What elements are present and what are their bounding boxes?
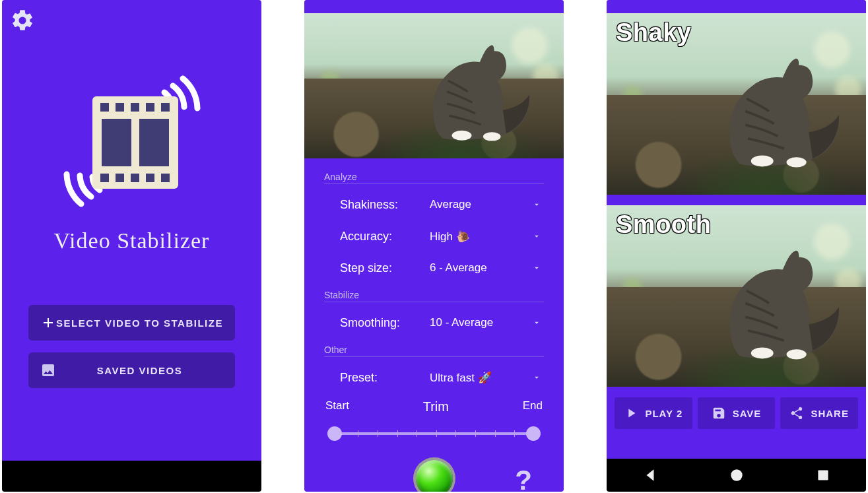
accuracy-value: High 🐌 <box>430 230 532 244</box>
smoothing-value: 10 - Average <box>430 316 532 329</box>
chevron-down-icon <box>532 263 541 273</box>
svg-rect-4 <box>116 103 124 112</box>
svg-point-18 <box>787 157 807 167</box>
phone-home: Video Stabilizer SELECT VIDEO TO STABILI… <box>2 0 261 492</box>
share-icon <box>789 406 804 420</box>
stepsize-value: 6 - Average <box>430 261 532 275</box>
go-row: ? <box>324 455 544 492</box>
trim-labels: Start Trim End <box>324 395 544 414</box>
status-bar <box>607 0 866 13</box>
svg-rect-8 <box>100 174 109 182</box>
stepsize-dropdown[interactable]: Step size: 6 - Average <box>324 254 544 282</box>
svg-rect-9 <box>116 174 124 182</box>
compare-screen: Shaky Smooth PLAY 2 <box>607 0 866 459</box>
svg-rect-3 <box>100 103 109 112</box>
section-analyze: Analyze <box>324 172 544 184</box>
go-button[interactable] <box>416 460 453 492</box>
svg-rect-5 <box>131 103 139 112</box>
share-label: SHARE <box>811 408 849 419</box>
home-buttons: SELECT VIDEO TO STABILIZE SAVED VIDEOS <box>2 305 261 461</box>
accuracy-label: Accuracy: <box>340 230 430 244</box>
play-button[interactable]: PLAY 2 <box>615 397 692 429</box>
app-logo <box>56 75 208 207</box>
shaky-panel: Shaky <box>607 13 866 195</box>
trim-label: Trim <box>423 399 449 414</box>
trim-end-label: End <box>523 399 543 414</box>
svg-point-19 <box>751 347 774 358</box>
trim-start-thumb[interactable] <box>327 426 342 441</box>
chevron-down-icon <box>532 373 541 382</box>
smoothing-label: Smoothing: <box>340 316 430 330</box>
shakiness-value: Average <box>430 198 532 211</box>
app-title: Video Stabilizer <box>54 228 210 253</box>
preset-value: Ultra fast 🚀 <box>430 371 532 385</box>
plus-icon <box>40 315 56 331</box>
svg-rect-2 <box>139 119 169 166</box>
status-bar <box>304 0 564 13</box>
video-preview[interactable] <box>304 13 564 158</box>
phone-compare: Shaky Smooth PLAY 2 <box>607 0 866 492</box>
home-topbar <box>2 0 261 44</box>
svg-rect-10 <box>131 174 139 182</box>
nav-recent-icon[interactable] <box>815 467 832 484</box>
phone-settings: Analyze Shakiness: Average Accuracy: Hig… <box>304 0 564 492</box>
svg-point-21 <box>731 469 742 480</box>
help-button[interactable]: ? <box>515 465 532 492</box>
android-navbar <box>2 461 261 492</box>
chevron-down-icon <box>532 200 541 209</box>
svg-rect-1 <box>102 119 131 166</box>
stepsize-label: Step size: <box>340 261 430 275</box>
settings-screen: Analyze Shakiness: Average Accuracy: Hig… <box>304 0 564 492</box>
shaky-label: Shaky <box>616 18 691 47</box>
trim-slider[interactable] <box>325 424 543 444</box>
gear-icon[interactable] <box>10 8 35 33</box>
preset-label: Preset: <box>340 371 430 385</box>
accuracy-dropdown[interactable]: Accuracy: High 🐌 <box>324 222 544 250</box>
divider <box>607 195 866 205</box>
svg-rect-11 <box>146 174 154 182</box>
image-icon <box>40 362 56 378</box>
shakiness-label: Shakiness: <box>340 198 430 212</box>
saved-videos-button[interactable]: SAVED VIDEOS <box>28 352 235 388</box>
trim-start-label: Start <box>325 399 349 414</box>
select-video-label: SELECT VIDEO TO STABILIZE <box>56 317 223 329</box>
smooth-label: Smooth <box>616 211 711 239</box>
save-label: SAVE <box>733 408 762 419</box>
shaky-preview[interactable]: Shaky <box>607 13 866 195</box>
save-button[interactable]: SAVE <box>698 397 776 429</box>
action-buttons: PLAY 2 SAVE SHARE <box>607 387 866 441</box>
home-screen: Video Stabilizer SELECT VIDEO TO STABILI… <box>2 0 261 461</box>
saved-videos-label: SAVED VIDEOS <box>56 365 223 376</box>
smoothing-dropdown[interactable]: Smoothing: 10 - Average <box>324 309 544 337</box>
preset-dropdown[interactable]: Preset: Ultra fast 🚀 <box>324 364 544 391</box>
preview-scene <box>304 13 564 158</box>
nav-home-icon[interactable] <box>728 467 745 484</box>
nav-back-icon[interactable] <box>642 467 659 484</box>
smooth-panel: Smooth <box>607 205 866 387</box>
android-navbar <box>607 459 866 492</box>
trim-end-thumb[interactable] <box>526 426 541 441</box>
save-icon <box>712 406 726 420</box>
home-hero: Video Stabilizer <box>2 44 261 305</box>
share-button[interactable]: SHARE <box>780 397 858 429</box>
play-label: PLAY 2 <box>645 408 683 419</box>
chevron-down-icon <box>532 318 541 327</box>
svg-point-13 <box>452 131 472 141</box>
svg-rect-6 <box>146 103 154 112</box>
play-icon <box>624 406 638 420</box>
chevron-down-icon <box>532 232 541 241</box>
section-other: Other <box>324 345 544 357</box>
svg-rect-22 <box>818 470 828 480</box>
svg-rect-7 <box>161 103 170 112</box>
svg-rect-12 <box>161 174 170 182</box>
smooth-preview[interactable]: Smooth <box>607 205 866 387</box>
select-video-button[interactable]: SELECT VIDEO TO STABILIZE <box>28 305 235 341</box>
section-stabilize: Stabilize <box>324 290 544 302</box>
shakiness-dropdown[interactable]: Shakiness: Average <box>324 191 544 218</box>
svg-point-20 <box>787 349 807 359</box>
svg-point-17 <box>751 155 774 166</box>
svg-point-14 <box>483 132 501 141</box>
settings-panel: Analyze Shakiness: Average Accuracy: Hig… <box>304 158 564 492</box>
